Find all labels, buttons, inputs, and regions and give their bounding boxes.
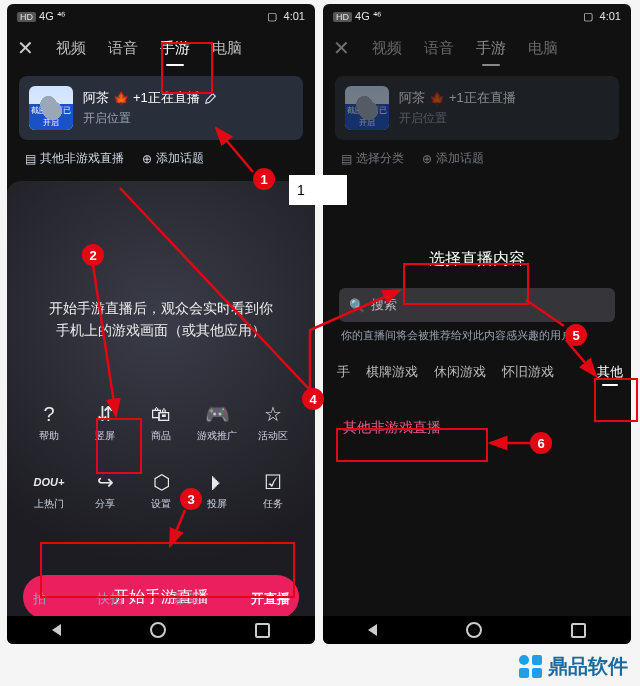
icon-label: 帮助 <box>39 429 59 443</box>
dou-plus-icon: DOU+ <box>34 471 65 493</box>
status-bar: HD 4G ⁴⁶ ▢ 4:01 <box>7 4 315 28</box>
left-body: 开始手游直播后，观众会实时看到你 手机上的游戏画面（或其他应用） ?帮助⇵竖屏🛍… <box>7 181 315 637</box>
live-suffix: +1正在直播 <box>133 89 200 107</box>
bt-quick[interactable]: 快拍 <box>97 590 123 608</box>
icon-label: 分享 <box>95 497 115 511</box>
orientation-item[interactable]: ⇵竖屏 <box>80 403 130 443</box>
avatar-r: 截图封面已开启 <box>345 86 389 130</box>
net-badge-2: 4G ⁴⁶ <box>39 10 65 22</box>
edit-icon[interactable] <box>204 91 218 105</box>
share-item[interactable]: ↪分享 <box>80 471 130 511</box>
content-modal: 选择直播内容 🔍 搜索 你的直播间将会被推荐给对此内容感兴趣的用户 手棋牌游戏休… <box>323 177 631 644</box>
search-placeholder: 搜索 <box>371 296 397 314</box>
category-tab-4[interactable]: 其他 <box>597 363 623 381</box>
close-icon[interactable]: ✕ <box>17 36 37 60</box>
icon-label: 投屏 <box>207 497 227 511</box>
cover-chip: 截图封面已开启 <box>29 104 73 130</box>
bt-live[interactable]: 开直播 <box>251 590 290 608</box>
settings-item[interactable]: ⬡设置 <box>136 471 186 511</box>
left-screenshot: HD 4G ⁴⁶ ▢ 4:01 ✕ 视频 语音 手游 电脑 截图封面已开启 阿茶… <box>7 4 315 644</box>
activity-item[interactable]: ☆活动区 <box>248 403 298 443</box>
category-chip[interactable]: ▤ 其他非游戏直播 <box>25 150 124 167</box>
badge-1: 1 <box>253 168 275 190</box>
category-tabs: 手棋牌游戏休闲游戏怀旧游戏其他 <box>323 343 631 387</box>
tab-video[interactable]: 视频 <box>53 33 89 64</box>
battery-icon: ▢ <box>267 10 277 22</box>
tab-voice[interactable]: 语音 <box>105 33 141 64</box>
icon-label: 上热门 <box>34 497 64 511</box>
tab-pc[interactable]: 电脑 <box>209 33 245 64</box>
android-nav-r <box>323 616 631 644</box>
icon-label: 商品 <box>151 429 171 443</box>
right-screenshot: HD 4G ⁴⁶ ▢ 4:01 ✕ 视频 语音 手游 电脑 截图封面已开启 阿茶… <box>323 4 631 644</box>
desc-line-1: 开始手游直播后，观众会实时看到你 <box>29 297 293 319</box>
tasks-item[interactable]: ☑任务 <box>248 471 298 511</box>
tasks-icon: ☑ <box>264 471 282 493</box>
tab-mobile-game[interactable]: 手游 <box>157 33 193 64</box>
watermark-text: 鼎品软件 <box>548 653 628 680</box>
share-icon: ↪ <box>97 471 114 493</box>
category-tab-3[interactable]: 怀旧游戏 <box>502 363 554 381</box>
orientation-icon: ⇵ <box>97 403 114 425</box>
net-badge-1: HD <box>17 12 36 22</box>
icon-label: 游戏推广 <box>197 429 237 443</box>
help-item[interactable]: ?帮助 <box>24 403 74 443</box>
nav-back-icon-r[interactable] <box>368 624 377 636</box>
icon-label: 活动区 <box>258 429 288 443</box>
category-tab-0[interactable]: 手 <box>337 363 350 381</box>
cast-icon: ⏵ <box>207 471 227 493</box>
bt-album[interactable]: 影集 <box>174 590 200 608</box>
icon-label: 设置 <box>151 497 171 511</box>
nav-home-icon-r[interactable] <box>466 622 482 638</box>
game-promo-item[interactable]: 🎮游戏推广 <box>192 403 242 443</box>
watermark: 鼎品软件 <box>519 653 628 680</box>
profile-card-r: 截图封面已开启 阿茶 🍁 +1正在直播 开启位置 <box>335 76 619 140</box>
nav-back-icon[interactable] <box>52 624 61 636</box>
help-icon: ? <box>43 403 54 425</box>
category-icon: ▤ <box>25 152 36 166</box>
profile-card[interactable]: 截图封面已开启 阿茶 🍁 +1正在直播 开启位置 <box>19 76 303 140</box>
badge-6: 6 <box>530 432 552 454</box>
step-number-box: 1 <box>289 175 347 205</box>
icon-label: 任务 <box>263 497 283 511</box>
badge-4: 4 <box>302 388 324 410</box>
search-input[interactable]: 🔍 搜索 <box>339 288 615 322</box>
badge-3: 3 <box>180 488 202 510</box>
category-tab-2[interactable]: 休闲游戏 <box>434 363 486 381</box>
bt-shoot[interactable]: 拍 <box>33 590 46 608</box>
goods-item[interactable]: 🛍商品 <box>136 403 186 443</box>
activity-icon: ☆ <box>264 403 282 425</box>
profile-name: 阿茶 <box>83 89 109 107</box>
topic-icon: ⊕ <box>142 152 152 166</box>
dou-plus-item[interactable]: DOU+上热门 <box>24 471 74 511</box>
modal-title: 选择直播内容 <box>323 249 631 270</box>
mode-tabs-r: ✕ 视频 语音 手游 电脑 <box>323 28 631 68</box>
android-nav <box>7 616 315 644</box>
nav-recent-icon-r[interactable] <box>571 623 586 638</box>
search-icon: 🔍 <box>349 298 365 313</box>
settings-icon: ⬡ <box>153 471 170 493</box>
category-tab-1[interactable]: 棋牌游戏 <box>366 363 418 381</box>
item-other-non-game[interactable]: 其他非游戏直播 <box>339 413 445 443</box>
location-sub[interactable]: 开启位置 <box>83 110 218 127</box>
mode-tabs: ✕ 视频 语音 手游 电脑 <box>7 28 315 68</box>
goods-icon: 🛍 <box>151 403 171 425</box>
leaf-icon: 🍁 <box>113 91 129 106</box>
badge-5: 5 <box>565 324 587 346</box>
desc-line-2: 手机上的游戏画面（或其他应用） <box>29 319 293 341</box>
watermark-logo-icon <box>519 655 542 678</box>
icon-label: 竖屏 <box>95 429 115 443</box>
bottom-tabs: 拍 快拍 影集 开直播 <box>7 582 315 616</box>
status-bar-r: HD 4G ⁴⁶ ▢ 4:01 <box>323 4 631 28</box>
nav-recent-icon[interactable] <box>255 623 270 638</box>
close-icon-r[interactable]: ✕ <box>333 36 353 60</box>
badge-2: 2 <box>82 244 104 266</box>
clock: 4:01 <box>284 10 305 22</box>
game-promo-icon: 🎮 <box>205 403 230 425</box>
chip-row-right: ▤选择分类 ⊕添加话题 <box>323 146 631 177</box>
nav-home-icon[interactable] <box>150 622 166 638</box>
add-topic-chip[interactable]: ⊕ 添加话题 <box>142 150 204 167</box>
avatar[interactable]: 截图封面已开启 <box>29 86 73 130</box>
